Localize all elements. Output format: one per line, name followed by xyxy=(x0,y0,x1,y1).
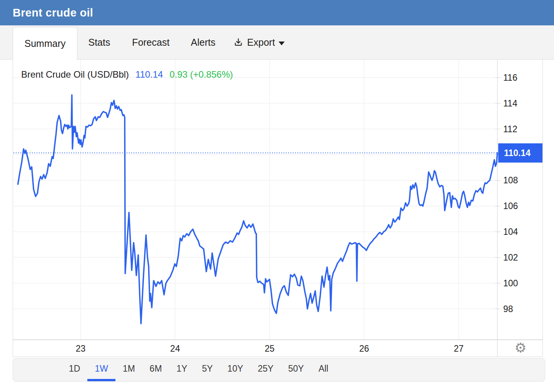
svg-text:106: 106 xyxy=(503,201,518,211)
svg-text:100: 100 xyxy=(503,278,518,288)
svg-text:112: 112 xyxy=(503,124,517,134)
svg-text:25: 25 xyxy=(265,344,275,354)
svg-text:23: 23 xyxy=(76,344,86,354)
range-button-1m[interactable]: 1M xyxy=(115,359,142,381)
svg-text:27: 27 xyxy=(454,344,464,354)
range-button-6m[interactable]: 6M xyxy=(142,359,169,381)
svg-text:104: 104 xyxy=(503,227,518,237)
price-chart[interactable]: 981001021041061081121141162324252627 xyxy=(0,0,554,392)
range-button-1w[interactable]: 1W xyxy=(87,359,115,381)
last-price-text: 110.14 xyxy=(135,69,163,80)
range-toolbar: 1D 1W 1M 6M 1Y 5Y 10Y 25Y 50Y All xyxy=(13,358,545,382)
settings-gear-icon[interactable]: ⚙ xyxy=(514,340,527,355)
range-button-all[interactable]: All xyxy=(311,359,336,381)
last-price-badge: 110.14 xyxy=(498,143,542,163)
svg-text:108: 108 xyxy=(503,175,518,185)
tab-summary[interactable]: Summary xyxy=(13,27,77,60)
svg-text:116: 116 xyxy=(503,73,517,83)
svg-text:98: 98 xyxy=(503,304,513,314)
chart-legend: Brent Crude Oil (USD/Bbl) 110.14 0.93 (+… xyxy=(21,69,233,80)
range-button-50y[interactable]: 50Y xyxy=(281,359,311,381)
range-button-10y[interactable]: 10Y xyxy=(220,359,250,381)
range-button-1y[interactable]: 1Y xyxy=(169,359,195,381)
instrument-name: Brent Crude Oil (USD/Bbl) xyxy=(21,69,129,80)
svg-text:114: 114 xyxy=(503,98,517,108)
range-button-5y[interactable]: 5Y xyxy=(195,359,220,381)
price-change-text: 0.93 (+0.856%) xyxy=(170,69,233,80)
svg-text:24: 24 xyxy=(170,344,180,354)
range-button-1d[interactable]: 1D xyxy=(62,359,87,381)
svg-text:102: 102 xyxy=(503,252,518,262)
svg-text:26: 26 xyxy=(359,344,369,354)
range-button-25y[interactable]: 25Y xyxy=(250,359,281,381)
